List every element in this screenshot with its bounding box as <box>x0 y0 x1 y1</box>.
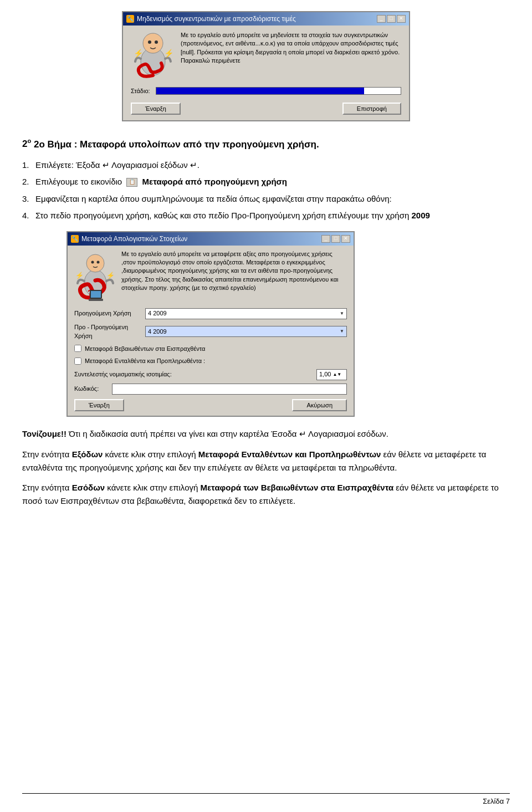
top-dialog-text: Με το εργαλείο αυτό μπορείτε να μηδενίσε… <box>181 31 401 81</box>
pro-proigoumeni-label: Προ - Προηγούμενη Χρήση <box>74 323 141 341</box>
top-dialog-start-button[interactable]: Έναρξη <box>131 103 181 115</box>
metafora-ental-checkbox[interactable] <box>74 358 81 365</box>
svg-point-3 <box>155 40 158 44</box>
step-4-prefix: Στο πεδίο προηγούμενη χρήση, καθώς και σ… <box>35 211 409 220</box>
progress-bar <box>156 87 401 95</box>
pro-proigoumeni-value: 4 2009 <box>148 327 167 336</box>
second-dialog-top-section: ? ⚡ ⚡ Με το εργαλε <box>74 250 347 303</box>
para2-middle1: κάνετε κλικ στην επιλογή <box>105 483 200 492</box>
second-dialog-body: ? ⚡ ⚡ Με το εργαλε <box>68 246 354 416</box>
pro-proigoumeni-dropdown-arrow: ▼ <box>340 328 344 335</box>
para2-prefix: Στην ενότητα <box>22 483 72 492</box>
step-1-number: 1. <box>22 159 33 172</box>
metafora-ental-row: Μεταφορά Ενταλθέντα και Προπληρωθέντα : <box>74 356 347 366</box>
tonizome-text: Ότι η διαδικασία αυτή πρέπει να γίνει κα… <box>69 429 388 438</box>
para1-prefix: Στην ενότητα <box>22 450 72 459</box>
maximize-button[interactable]: □ <box>387 15 396 23</box>
step-2-number: 2. <box>22 176 33 188</box>
metafora-vevai-checkbox[interactable] <box>74 345 81 352</box>
kodikos-row: Κωδικός: <box>74 384 347 395</box>
progress-area: Στάδιο: <box>131 86 401 96</box>
step-1-text: Επιλέγετε: Έξοδα ↵ Λογαριασμοί εξόδων ↵. <box>35 159 510 172</box>
second-dialog-titlebar: 🔧 Μεταφορά Απολογιστικών Στοιχείων _ □ ✕ <box>68 232 354 246</box>
svg-text:⚡: ⚡ <box>106 271 115 279</box>
top-dialog-body: ⚡ ⚡ Με το εργαλείο αυτό μπορείτε να μηδε… <box>123 25 409 120</box>
page-footer: Σελίδα 7 <box>22 793 510 807</box>
minimize-button[interactable]: _ <box>377 15 386 23</box>
pro-proigoumeni-input[interactable]: 4 2009 ▼ <box>145 326 347 337</box>
second-dialog-controls: _ □ ✕ <box>321 235 350 243</box>
second-dialog-container: 🔧 Μεταφορά Απολογιστικών Στοιχείων _ □ ✕ <box>22 231 510 417</box>
mascot-svg-second: ? ⚡ ⚡ <box>74 250 116 303</box>
step-4: 4. Στο πεδίο προηγούμενη χρήση, καθώς κα… <box>22 210 510 222</box>
top-dialog-icon: 🔧 <box>126 15 134 23</box>
para1-bold2: Μεταφορά Ενταλθέντων και Προπληρωθέντων <box>198 450 381 459</box>
step-2: 2. Επιλέγουμε το εικονίδιο 📋 Μεταφορά απ… <box>22 176 510 188</box>
svg-text:⚡: ⚡ <box>164 49 174 58</box>
progress-bar-fill <box>156 88 364 94</box>
svg-rect-14 <box>91 291 101 298</box>
top-dialog-top-section: ⚡ ⚡ Με το εργαλείο αυτό μπορείτε να μηδε… <box>131 31 401 81</box>
mascot-svg-top: ⚡ ⚡ <box>131 31 175 81</box>
syntelestis-label: Συντελεστής νομισματικής ισοτιμίας: <box>74 370 312 379</box>
step-2-text: Επιλέγουμε το εικονίδιο 📋 Μεταφορά από π… <box>35 176 510 188</box>
second-minimize-button[interactable]: _ <box>321 235 330 243</box>
proigoumeni-label: Προηγούμενη Χρήση <box>74 309 141 318</box>
top-dialog-titlebar: 🔧 Μηδενισμός συγκεντρωτικών με απροσδιόρ… <box>123 12 409 25</box>
step-3: 3. Εμφανίζεται η καρτέλα όπου συμπληρώνο… <box>22 193 510 206</box>
metafora-vevai-row: Μεταφορά Βεβαιωθέντων στα Εισπραχθέντα <box>74 344 347 354</box>
step-2-prefix: Επιλέγουμε το εικονίδιο <box>35 177 122 186</box>
proigoumeni-dropdown-arrow: ▼ <box>340 310 344 317</box>
second-dialog-title-text: Μεταφορά Απολογιστικών Στοιχείων <box>81 234 187 244</box>
svg-text:⚡: ⚡ <box>75 271 84 279</box>
kodikos-input[interactable] <box>112 384 347 395</box>
kodikos-label: Κωδικός: <box>74 384 108 394</box>
proigoumeni-input[interactable]: 4 2009 ▼ <box>145 308 347 319</box>
step-3-number: 3. <box>22 193 33 206</box>
tonizome-heading: Τονίζουμε!! <box>22 429 66 438</box>
syntelestis-value: 1,00 <box>319 370 331 379</box>
svg-point-8 <box>91 261 94 263</box>
transfer-icon: 📋 <box>126 178 137 187</box>
page-number: Σελίδα 7 <box>483 797 510 805</box>
top-dialog-container: 🔧 Μηδενισμός συγκεντρωτικών με απροσδιόρ… <box>22 11 510 121</box>
second-dialog-icon: 🔧 <box>71 235 79 243</box>
step-4-bold: 2009 <box>411 211 429 220</box>
second-dialog: 🔧 Μεταφορά Απολογιστικών Στοιχείων _ □ ✕ <box>66 231 355 417</box>
para2-bold2: Μεταφορά των Βεβαιωθέντων στα Εισπραχθέν… <box>201 483 394 492</box>
second-dialog-start-button[interactable]: Έναρξη <box>74 399 124 411</box>
step-3-text: Εμφανίζεται η καρτέλα όπου συμπληρώνουμε… <box>35 193 510 206</box>
top-dialog-return-button[interactable]: Επιστροφή <box>342 103 401 115</box>
step-4-number: 4. <box>22 210 33 222</box>
second-dialog-cancel-button[interactable]: Ακύρωση <box>292 399 347 411</box>
svg-rect-15 <box>89 299 103 301</box>
second-close-button[interactable]: ✕ <box>341 235 350 243</box>
step-4-text: Στο πεδίο προηγούμενη χρήση, καθώς και σ… <box>35 210 510 222</box>
para2-bold1: Εσόδων <box>72 483 105 492</box>
top-dialog-title-text: Μηδενισμός συγκεντρωτικών με απροσδιόρισ… <box>137 14 296 24</box>
svg-point-2 <box>148 40 151 44</box>
mascot-image-second: ? ⚡ ⚡ <box>74 250 116 303</box>
top-dialog: 🔧 Μηδενισμός συγκεντρωτικών με απροσδιόρ… <box>122 11 410 121</box>
top-dialog-title-area: 🔧 Μηδενισμός συγκεντρωτικών με απροσδιόρ… <box>126 14 296 24</box>
step-2-bold: Μεταφορά από προηγούμενη χρήση <box>142 177 288 186</box>
spinbox-arrows: ▲▼ <box>332 371 341 378</box>
mascot-image-top: ⚡ ⚡ <box>131 31 175 81</box>
metafora-ental-label: Μεταφορά Ενταλθέντα και Προπληρωθέντα : <box>85 356 205 366</box>
proigoumeni-row: Προηγούμενη Χρήση 4 2009 ▼ <box>74 308 347 319</box>
pro-proigoumeni-row: Προ - Προηγούμενη Χρήση 4 2009 ▼ <box>74 323 347 341</box>
second-dialog-title-area: 🔧 Μεταφορά Απολογιστικών Στοιχείων <box>71 234 187 244</box>
para1-bold1: Εξόδων <box>72 450 103 459</box>
section-heading-text: 2ο Βήμα : Μεταφορά υπολοίπων από την προ… <box>34 139 319 149</box>
second-maximize-button[interactable]: □ <box>331 235 340 243</box>
top-dialog-controls: _ □ ✕ <box>377 15 406 23</box>
close-button[interactable]: ✕ <box>397 15 406 23</box>
syntelestis-input[interactable]: 1,00 ▲▼ <box>316 369 347 380</box>
svg-point-9 <box>97 261 100 263</box>
svg-point-7 <box>86 254 104 272</box>
stadio-label: Στάδιο: <box>131 86 150 96</box>
tonizome-section: Τονίζουμε!! Ότι η διαδικασία αυτή πρέπει… <box>22 428 510 441</box>
proigoumeni-value: 4 2009 <box>148 309 167 318</box>
para1-middle1: κάνετε κλικ στην επιλογή <box>103 450 198 459</box>
svg-text:⚡: ⚡ <box>134 49 144 58</box>
